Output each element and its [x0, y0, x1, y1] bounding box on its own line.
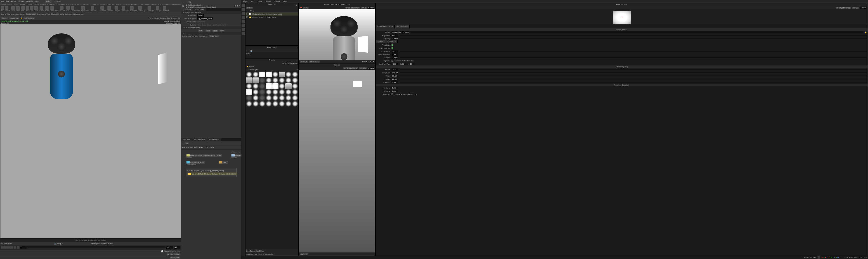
- preset-thumb[interactable]: [252, 77, 259, 83]
- preset-thumb[interactable]: [259, 89, 266, 95]
- preset-thumb[interactable]: [285, 101, 291, 106]
- shelf-tool[interactable]: AreaLight: [148, 6, 155, 11]
- preset-thumb[interactable]: [279, 95, 285, 101]
- lp-mode[interactable]: RGB(A): [852, 7, 859, 9]
- global-anim-button[interactable]: Global Animation: [166, 253, 180, 255]
- menu-windows[interactable]: Windows: [26, 0, 33, 2]
- canvas-viewport[interactable]: [299, 70, 375, 253]
- timeline-start[interactable]: 1: [20, 246, 27, 249]
- rotation-input[interactable]: 0.00: [392, 81, 398, 84]
- canvas-move-mode[interactable]: Move (M): [300, 253, 308, 255]
- timeline-first-icon[interactable]: [1, 246, 4, 249]
- category-lights[interactable]: 📁 Lights: [246, 65, 254, 67]
- preset-colorspace[interactable]: sRGB (rgbMonitor): [282, 62, 298, 64]
- preset-thumb[interactable]: [279, 89, 285, 95]
- preset-thumb[interactable]: [279, 72, 285, 77]
- camera-dropdown[interactable]: cam1: [303, 7, 309, 9]
- preset-thumb[interactable]: [279, 83, 285, 89]
- rotation-slider[interactable]: [400, 82, 867, 83]
- menu-edit[interactable]: Edit: [6, 0, 9, 2]
- preset-thumb[interactable]: [266, 72, 272, 77]
- lock-icon[interactable]: 🔒: [865, 31, 867, 33]
- arealight-checkbox[interactable]: [392, 44, 393, 46]
- look-item[interactable]: Default: [246, 52, 298, 55]
- save-look-icon[interactable]: 💾: [250, 50, 252, 52]
- hide-button[interactable]: Hide: [213, 30, 217, 32]
- preset-thumb[interactable]: [285, 95, 291, 101]
- tool-pointer-icon[interactable]: [242, 4, 245, 7]
- preset-thumb[interactable]: [279, 77, 285, 83]
- canvas-exposure[interactable]: 1.0000: [368, 67, 374, 69]
- handleu-input[interactable]: 0.00: [392, 87, 398, 89]
- auto-update-button[interactable]: Auto Update: [170, 257, 180, 259]
- param-node-name[interactable]: HDRLSConnectionCtrl HDRLightStudioConnec…: [185, 4, 234, 8]
- stop-icon[interactable]: ⏹: [373, 61, 374, 63]
- preset-thumb[interactable]: [272, 95, 278, 101]
- width-slider[interactable]: [400, 75, 867, 76]
- tab-material-palette[interactable]: Material Palette: [192, 138, 207, 141]
- preset-thumb[interactable]: [292, 89, 298, 95]
- layout-build[interactable]: Build: [45, 0, 52, 3]
- node-hdrls-light[interactable]: hlight_HDRLS_Medium_Softbox_Diffused_121…: [187, 172, 237, 175]
- shelf-tool[interactable]: Tube: [11, 6, 16, 11]
- rv-move-mode[interactable]: Move (M): [300, 61, 308, 63]
- tool-pick-icon[interactable]: [242, 20, 245, 23]
- delete-light-icon[interactable]: –: [248, 10, 249, 12]
- preset-thumb[interactable]: [246, 77, 252, 83]
- brightness-input[interactable]: 800: [392, 34, 398, 37]
- snap-path[interactable]: $HIP/ipr/$SNAPNAME.$F4.i: [91, 242, 114, 245]
- add-look-icon[interactable]: +: [246, 50, 248, 52]
- preset-thumb[interactable]: [266, 83, 272, 89]
- timeline-play-back-icon[interactable]: [7, 246, 10, 249]
- preset-thumb[interactable]: [259, 72, 266, 77]
- pause-icon[interactable]: ⏸: [370, 61, 372, 63]
- shelf-tool[interactable]: Spray Paint: [81, 6, 90, 11]
- shelf-tool[interactable]: Platonic: [91, 6, 97, 11]
- tab-render-settings[interactable]: Render View Settings: [376, 25, 395, 28]
- visibility-checkbox[interactable]: [246, 13, 248, 15]
- timeline-prev-icon[interactable]: [4, 246, 7, 249]
- menu-create[interactable]: Create: [257, 0, 262, 2]
- light-list-item[interactable]: 📁 Default Gradient Background: [246, 15, 298, 19]
- node-cam1[interactable]: cam1: [219, 161, 228, 164]
- shelf-tool[interactable]: Line: [30, 6, 34, 11]
- lp-exposure[interactable]: 1.0000: [860, 6, 867, 9]
- tab-light-properties[interactable]: Light Properties: [395, 25, 410, 28]
- node-hdrls-controller[interactable]: HDRLightStudioConnectionController1: [186, 154, 222, 157]
- shelf-tool[interactable]: Camera: [100, 6, 107, 11]
- online-docs-button[interactable]: Online Docs: [209, 35, 219, 37]
- stop-button[interactable]: Stop: [219, 30, 224, 32]
- tool-move-icon[interactable]: [242, 8, 245, 11]
- shelf-tool[interactable]: DistantLight: [138, 6, 147, 11]
- help-icon[interactable]: ?: [239, 5, 240, 7]
- timeline[interactable]: 1 240 240: [0, 245, 181, 250]
- close-icon[interactable]: ×: [296, 46, 298, 50]
- add-light-icon[interactable]: +: [246, 10, 248, 12]
- shelf-tool[interactable]: Point: [45, 6, 50, 11]
- shelf-tool[interactable]: Curve Bones: [71, 6, 81, 11]
- timeline-last-icon[interactable]: [17, 246, 20, 249]
- shelf-tool[interactable]: Grid: [21, 6, 25, 11]
- tab-settings[interactable]: Settings: [376, 40, 385, 43]
- gear-icon[interactable]: ⚙: [235, 5, 236, 7]
- timeline-track[interactable]: [27, 246, 166, 248]
- fwd-icon[interactable]: →: [185, 1, 187, 3]
- subcategory-studiolights[interactable]: StudioLights: [249, 69, 258, 71]
- lightpaint-w[interactable]: 2.36: [408, 63, 414, 65]
- preset-thumb[interactable]: [252, 83, 259, 89]
- preset-thumb[interactable]: [272, 72, 278, 77]
- visibility-checkbox[interactable]: [246, 16, 248, 18]
- render-button[interactable]: Render: [1, 17, 8, 19]
- pin-icon[interactable]: 📌: [300, 7, 302, 9]
- shelf-tool[interactable]: Scatter: [60, 6, 66, 11]
- snap-label[interactable]: 📷 Snap 1: [54, 242, 63, 245]
- chevron-down-icon[interactable]: ▾: [297, 69, 298, 71]
- preset-thumb[interactable]: [266, 95, 272, 101]
- tab-geo-spreadsheet[interactable]: Geometry Spreadsheet: [65, 13, 84, 15]
- adv-rotations-checkbox[interactable]: [392, 93, 393, 95]
- delay[interactable]: Delay 0.0: [173, 17, 180, 19]
- lock-icon[interactable]: 🔒: [20, 17, 23, 19]
- preset-thumb[interactable]: [272, 77, 278, 83]
- start-button[interactable]: Start: [198, 30, 203, 32]
- shelf-tool[interactable]: Circle: [34, 6, 39, 11]
